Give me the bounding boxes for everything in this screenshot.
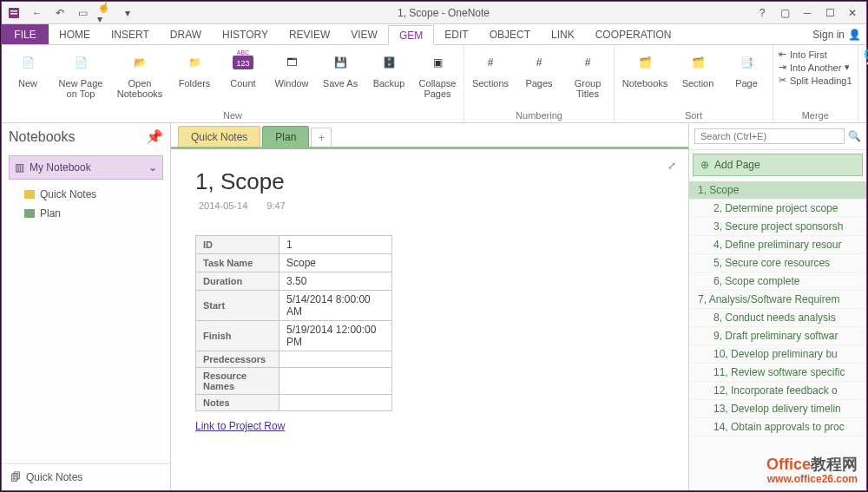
tab-cooperation[interactable]: COOPERATION	[585, 24, 682, 44]
table-value[interactable]: 3.50	[279, 272, 392, 291]
section-swatch	[24, 190, 35, 199]
notebook-icon: ▥	[15, 161, 24, 174]
page-list-item[interactable]: 13, Develop delivery timelin	[689, 400, 866, 418]
tab-gem[interactable]: GEM	[388, 25, 434, 45]
qat-customize-icon[interactable]: ▾	[120, 5, 135, 21]
tab-view[interactable]: VIEW	[340, 24, 388, 44]
page-list-item[interactable]: 6, Scope complete	[689, 272, 866, 291]
page-list-item[interactable]: 3, Secure project sponsorsh	[689, 218, 866, 236]
back-icon[interactable]: ←	[30, 5, 45, 21]
tab-history[interactable]: HISTORY	[212, 24, 279, 44]
page-list-item[interactable]: 5, Secure core resources	[689, 254, 866, 272]
add-page-label: Add Page	[714, 159, 760, 171]
page-list-item[interactable]: 9, Draft preliminary softwar	[689, 327, 866, 345]
undo-icon[interactable]: ↶	[52, 5, 68, 21]
nav-section-item[interactable]: Plan	[2, 204, 170, 223]
into-first-button[interactable]: ⇤Into First	[779, 49, 852, 60]
folders-button[interactable]: 📁Folders	[174, 49, 215, 89]
window-button[interactable]: 🗔Window	[271, 49, 312, 89]
sort-page-button[interactable]: 📑Page	[726, 49, 767, 89]
split-heading-button[interactable]: ✂Split Heading1	[779, 75, 852, 86]
open-folder-icon: 📂	[126, 49, 154, 76]
section-tab-quick-notes[interactable]: Quick Notes	[178, 126, 260, 147]
new-page-on-top-button[interactable]: 📄New Page on Top	[56, 49, 106, 99]
quick-notes-footer[interactable]: 🗐 Quick Notes	[2, 463, 170, 490]
search-input[interactable]	[694, 128, 845, 144]
table-key: Task Name	[196, 254, 279, 272]
page-list-item[interactable]: 7, Analysis/Software Requirem	[689, 291, 866, 309]
page-list-item[interactable]: 4, Define preliminary resour	[689, 236, 866, 254]
nav-section-label: Plan	[40, 207, 61, 220]
plus-circle-icon: ⊕	[700, 159, 709, 171]
minimize-icon[interactable]: ─	[797, 5, 818, 21]
touch-mode-icon[interactable]: ☝▾	[97, 5, 113, 21]
sign-in-link[interactable]: Sign in 👤	[812, 24, 861, 44]
quick-notes-footer-label: Quick Notes	[26, 471, 82, 483]
ribbon-tab-row: FILE HOME INSERT DRAW HISTORY REVIEW VIE…	[2, 24, 866, 45]
quick-access-toolbar: ← ↶ ▭ ☝▾ ▾	[2, 5, 135, 21]
table-key: Start	[196, 291, 279, 321]
page-list-item[interactable]: 14, Obtain approvals to proc	[689, 418, 866, 436]
language-button[interactable]: 🌐Language▾	[864, 49, 868, 60]
page-list-item[interactable]: 10, Develop preliminary bu	[689, 345, 866, 364]
page-title[interactable]: 1, Scope	[195, 168, 664, 195]
sort-notebooks-button[interactable]: 🗂️Notebooks	[620, 49, 670, 89]
svg-rect-2	[10, 13, 17, 15]
current-notebook[interactable]: ▥ My Notebook ⌄	[9, 155, 163, 180]
add-section-button[interactable]: +	[311, 128, 332, 147]
ribbon: 📄New 📄New Page on Top 📂Open Notebooks 📁F…	[2, 45, 866, 123]
count-button[interactable]: 123ABCCount	[222, 49, 264, 89]
nav-section-item[interactable]: Quick Notes	[2, 185, 170, 204]
search-icon[interactable]: 🔍	[848, 130, 861, 142]
table-value[interactable]	[279, 351, 392, 368]
tab-insert[interactable]: INSERT	[101, 24, 160, 44]
page-list-item[interactable]: 2, Determine project scope	[689, 200, 866, 218]
add-page-button[interactable]: ⊕ Add Page	[693, 154, 863, 176]
close-icon[interactable]: ✕	[842, 5, 863, 21]
table-value[interactable]: 1	[279, 236, 392, 254]
page-list-item[interactable]: 8, Conduct needs analysis	[689, 309, 866, 327]
tab-edit[interactable]: EDIT	[434, 24, 478, 44]
app-icon[interactable]	[7, 5, 23, 21]
table-value[interactable]: 5/19/2014 12:00:00 PM	[279, 321, 392, 351]
collapse-pages-button[interactable]: ▣Collapse Pages	[417, 49, 458, 99]
sections-button[interactable]: #Sections	[470, 49, 511, 89]
expand-icon[interactable]: ⤢	[667, 160, 676, 172]
table-value[interactable]	[279, 368, 392, 395]
help-button[interactable]: ❔Help▾	[864, 62, 868, 73]
save-as-button[interactable]: 💾Save As	[319, 49, 361, 89]
table-value[interactable]	[279, 395, 392, 411]
dock-icon[interactable]: ▭	[75, 5, 90, 21]
tab-draw[interactable]: DRAW	[160, 24, 212, 44]
hash-pages-icon: #	[525, 49, 553, 76]
backup-button[interactable]: 🗄️Backup	[368, 49, 410, 89]
tab-link[interactable]: LINK	[541, 24, 585, 44]
sort-section-icon: 🗂️	[684, 49, 712, 76]
page-list-pane: 🔍 ⊕ Add Page 1, Scope2, Determine projec…	[688, 123, 866, 490]
tab-home[interactable]: HOME	[49, 24, 101, 44]
page-canvas[interactable]: ⤢ 1, Scope 2014-05-14 9:47 ID1Task NameS…	[171, 149, 688, 490]
new-button[interactable]: 📄New	[7, 49, 49, 89]
pages-button[interactable]: #Pages	[518, 49, 560, 89]
pin-icon[interactable]: 📌	[146, 128, 163, 145]
section-tab-plan[interactable]: Plan	[262, 126, 309, 147]
group-label-merge: Merge	[779, 108, 852, 122]
page-list-item[interactable]: 11, Review software specific	[689, 364, 866, 382]
group-titles-button[interactable]: #Group Titles	[567, 49, 608, 99]
table-value[interactable]: Scope	[279, 254, 392, 272]
link-to-project-row[interactable]: Link to Project Row	[195, 420, 664, 432]
into-another-button[interactable]: ⇥Into Another▾	[779, 62, 852, 73]
tab-review[interactable]: REVIEW	[279, 24, 340, 44]
sort-section-button[interactable]: 🗂️Section	[677, 49, 719, 89]
page-list-item[interactable]: 12, Incorporate feedback o	[689, 382, 866, 400]
task-table[interactable]: ID1Task NameScopeDuration3.50Start5/14/2…	[195, 235, 392, 411]
help-icon[interactable]: ?	[752, 5, 773, 21]
page-list-item[interactable]: 1, Scope	[689, 181, 866, 200]
file-tab[interactable]: FILE	[2, 24, 49, 44]
maximize-icon[interactable]: ☐	[819, 5, 840, 21]
group-label-sort: Sort	[620, 108, 767, 122]
open-notebooks-button[interactable]: 📂Open Notebooks	[113, 49, 167, 99]
tab-object[interactable]: OBJECT	[479, 24, 541, 44]
ribbon-options-icon[interactable]: ▢	[774, 5, 795, 21]
table-value[interactable]: 5/14/2014 8:00:00 AM	[279, 291, 392, 321]
